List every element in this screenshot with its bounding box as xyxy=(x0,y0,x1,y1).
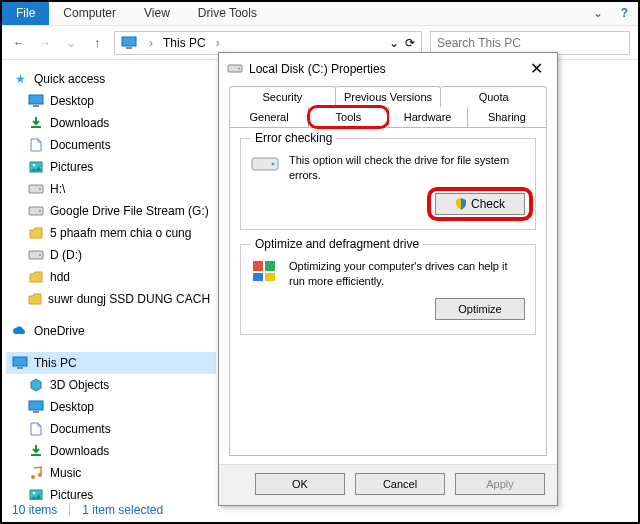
tree-label: H:\ xyxy=(50,182,65,196)
drive-icon xyxy=(227,62,243,76)
tree-label: OneDrive xyxy=(34,324,85,338)
dialog-title: Local Disk (C:) Properties xyxy=(249,62,518,76)
group-optimize: Optimize and defragment drive Optimizing… xyxy=(240,244,536,336)
3d-icon xyxy=(28,377,44,393)
address-bar[interactable]: › This PC › ⌄ ⟳ xyxy=(114,31,422,55)
tree-item[interactable]: suwr dungj SSD DUNG CACH xyxy=(6,288,216,310)
documents-icon xyxy=(28,421,44,437)
breadcrumb-this-pc[interactable]: This PC xyxy=(163,36,206,50)
button-label: Check xyxy=(471,197,505,211)
tree-item[interactable]: Desktop xyxy=(6,396,216,418)
desktop-icon xyxy=(28,93,44,109)
tree-label: 3D Objects xyxy=(50,378,109,392)
tree-label: hdd xyxy=(50,270,70,284)
status-selected-count: 1 item selected xyxy=(82,503,163,517)
chevron-right-icon[interactable]: › xyxy=(145,36,157,50)
tree-label: Documents xyxy=(50,422,111,436)
status-item-count: 10 items xyxy=(12,503,57,517)
apply-button[interactable]: Apply xyxy=(455,473,545,495)
address-dropdown-icon[interactable]: ⌄ xyxy=(389,36,399,50)
pictures-icon xyxy=(28,159,44,175)
dialog-buttons: OK Cancel Apply xyxy=(219,464,557,505)
tree-item[interactable]: 5 phaafn mem chia o cung xyxy=(6,222,216,244)
optimize-desc: Optimizing your computer's drives can he… xyxy=(289,259,525,289)
tree-item[interactable]: Documents xyxy=(6,134,216,156)
drive-icon xyxy=(28,181,44,197)
tree-quick-access[interactable]: ★ Quick access xyxy=(6,68,216,90)
search-input[interactable]: Search This PC xyxy=(430,31,630,55)
drive-icon xyxy=(28,203,44,219)
refresh-icon[interactable]: ⟳ xyxy=(405,36,415,50)
menubar: File Computer View Drive Tools ⌄ ? xyxy=(2,2,638,26)
ribbon-collapse-icon[interactable]: ⌄ xyxy=(585,2,611,25)
tree-item[interactable]: Music xyxy=(6,462,216,484)
tree-item[interactable]: Downloads xyxy=(6,440,216,462)
downloads-icon xyxy=(28,443,44,459)
tree-item[interactable]: Pictures xyxy=(6,156,216,178)
star-icon: ★ xyxy=(12,71,28,87)
tab-quota[interactable]: Quota xyxy=(441,86,547,107)
svg-point-12 xyxy=(39,254,41,256)
drive-icon xyxy=(28,247,44,263)
up-button[interactable]: ↑ xyxy=(88,36,106,50)
tree-item[interactable]: Pictures xyxy=(6,484,216,500)
tree-label: suwr dungj SSD DUNG CACH xyxy=(48,292,210,306)
desktop-icon xyxy=(28,399,44,415)
tab-hardware[interactable]: Hardware xyxy=(389,107,468,127)
menu-view[interactable]: View xyxy=(130,2,184,25)
tree-onedrive[interactable]: OneDrive xyxy=(6,320,216,342)
forward-button[interactable]: → xyxy=(36,36,54,50)
cancel-button[interactable]: Cancel xyxy=(355,473,445,495)
downloads-icon xyxy=(28,115,44,131)
tree-label: Desktop xyxy=(50,400,94,414)
back-button[interactable]: ← xyxy=(10,36,28,50)
tab-tools[interactable]: Tools xyxy=(309,107,388,127)
menu-file[interactable]: File xyxy=(2,2,49,25)
svg-rect-26 xyxy=(253,261,263,271)
help-icon[interactable]: ? xyxy=(611,2,638,25)
drive-icon xyxy=(251,153,279,176)
tab-sharing[interactable]: Sharing xyxy=(468,107,547,127)
svg-rect-0 xyxy=(122,37,136,46)
tab-security[interactable]: Security xyxy=(229,86,336,107)
menu-computer[interactable]: Computer xyxy=(49,2,130,25)
tree-item[interactable]: Documents xyxy=(6,418,216,440)
svg-rect-16 xyxy=(33,411,39,413)
documents-icon xyxy=(28,137,44,153)
tree-item[interactable]: hdd xyxy=(6,266,216,288)
tree-label: Desktop xyxy=(50,94,94,108)
pictures-icon xyxy=(28,487,44,500)
music-icon xyxy=(28,465,44,481)
svg-rect-4 xyxy=(31,126,41,128)
optimize-button[interactable]: Optimize xyxy=(435,298,525,320)
tree-item[interactable]: Desktop xyxy=(6,90,216,112)
folder-icon xyxy=(28,291,42,307)
tree-label: Documents xyxy=(50,138,111,152)
ok-button[interactable]: OK xyxy=(255,473,345,495)
group-legend: Error checking xyxy=(251,131,336,145)
check-button[interactable]: Check xyxy=(435,193,525,215)
svg-rect-17 xyxy=(31,454,41,456)
svg-rect-13 xyxy=(13,357,27,366)
chevron-right-icon[interactable]: › xyxy=(212,36,224,50)
properties-dialog: Local Disk (C:) Properties ✕ Security Pr… xyxy=(218,52,558,506)
close-icon[interactable]: ✕ xyxy=(524,59,549,78)
this-pc-icon xyxy=(121,36,139,50)
tree-item[interactable]: H:\ xyxy=(6,178,216,200)
folder-icon xyxy=(28,269,44,285)
tree-item[interactable]: 3D Objects xyxy=(6,374,216,396)
tree-label: Google Drive File Stream (G:) xyxy=(50,204,209,218)
tab-previous-versions[interactable]: Previous Versions xyxy=(336,86,442,107)
this-pc-icon xyxy=(12,355,28,371)
tree-this-pc[interactable]: This PC xyxy=(6,352,216,374)
tree-label: 5 phaafn mem chia o cung xyxy=(50,226,191,240)
cloud-icon xyxy=(12,323,28,339)
tree-item[interactable]: D (D:) xyxy=(6,244,216,266)
menu-drive-tools[interactable]: Drive Tools xyxy=(184,2,271,25)
tab-general[interactable]: General xyxy=(229,107,309,127)
svg-point-18 xyxy=(31,475,35,479)
svg-point-6 xyxy=(33,164,36,167)
tree-item[interactable]: Downloads xyxy=(6,112,216,134)
recent-dropdown-icon[interactable]: ⌄ xyxy=(62,36,80,50)
tree-item[interactable]: Google Drive File Stream (G:) xyxy=(6,200,216,222)
